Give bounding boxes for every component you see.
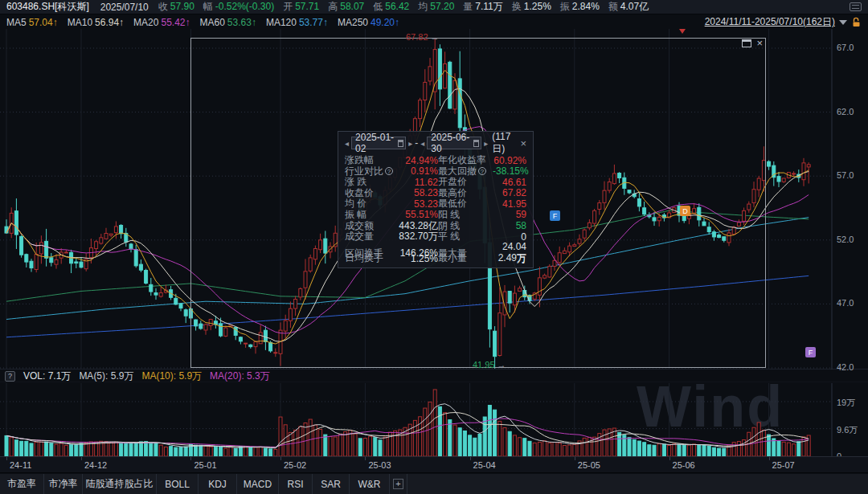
close-icon[interactable]: ×: [520, 137, 526, 149]
quote-field: 低56.42: [373, 0, 409, 14]
unlock-icon[interactable]: [851, 17, 862, 27]
quote-field-label: 幅: [203, 1, 213, 12]
month-tick: [280, 457, 281, 460]
chevron-down-icon[interactable]: [839, 20, 847, 25]
plus-icon: +: [393, 479, 403, 489]
tab-陆股通持股占比[interactable]: 陆股通持股占比: [83, 474, 157, 494]
tab-KDJ[interactable]: KDJ: [199, 474, 237, 494]
month-label: 25-05: [578, 460, 600, 470]
ma-value: 53.63↑: [227, 17, 256, 28]
ma-value-item: MA6053.63↑: [200, 17, 256, 28]
info-icon[interactable]: ?: [385, 167, 393, 175]
tab-BOLL[interactable]: BOLL: [157, 474, 199, 494]
ma-value-item: MA2055.42↑: [133, 17, 190, 28]
tab-市净率[interactable]: 市净率: [44, 474, 83, 494]
stats-row: 收盘价58.23最高价67.82: [345, 186, 526, 198]
ma-label: MA5: [6, 17, 27, 28]
volume-ma-item: MA(10): 5.9万: [141, 369, 202, 383]
ma-label: MA60: [200, 17, 225, 28]
ma-label: MA120: [266, 17, 297, 28]
prev-date-icon[interactable]: ◂: [345, 139, 349, 148]
quote-field-value: 57.20: [430, 1, 454, 12]
ma-label: MA20: [133, 17, 158, 28]
ma-value: 56.94↑: [95, 17, 124, 28]
popup-header: ◂ 2025-01-02 ▸ - ◂ 2025-06-30 ▸ (117日) ×: [345, 135, 526, 151]
restore-window-icon[interactable]: [742, 39, 751, 47]
ma-value: 49.20↑: [371, 17, 399, 28]
price-tick-label: 57.0: [837, 170, 854, 180]
month-label: 25-02: [284, 460, 306, 470]
next-date-icon[interactable]: ▸: [408, 139, 412, 148]
event-flag-D[interactable]: D: [680, 206, 690, 216]
tab-W&R[interactable]: W&R: [350, 474, 390, 494]
news-panel-icon[interactable]: [850, 2, 862, 11]
add-indicator-button[interactable]: +: [390, 474, 407, 494]
quote-field-label: 高: [328, 1, 338, 12]
month-label: 25-07: [772, 460, 795, 470]
help-icon[interactable]: ?: [5, 371, 15, 382]
quote-field-value: 1.25%: [524, 1, 551, 12]
end-date-picker[interactable]: 2025-06-30: [427, 137, 481, 149]
volume-chart-pane[interactable]: Wind 19万9.6万0: [0, 383, 868, 456]
ma-value: 57.04↑: [29, 17, 58, 28]
price-tick-label: 67.0: [837, 43, 854, 52]
next-date-icon[interactable]: ▸: [484, 139, 488, 148]
month-label: 25-04: [473, 460, 496, 470]
quote-field: 量7.11万: [463, 0, 502, 14]
quote-field: 均57.20: [418, 0, 454, 14]
quote-field-label: 均: [418, 1, 428, 12]
quote-field: 振2.84%: [560, 0, 600, 14]
stats-value: 1.25%: [393, 253, 438, 264]
time-axis: 24-1124-1225-0125-0225-0325-0425-0525-06…: [0, 456, 868, 473]
stats-row: 成交量832.70万平 线0: [345, 230, 526, 241]
date-range-control[interactable]: 2024/11/11-2025/07/10(162日): [705, 15, 862, 29]
volume-header-items: VOL: 7.1万MA(5): 5.9万MA(10): 5.9万MA(20): …: [23, 369, 270, 383]
price-tick-label: 52.0: [837, 235, 854, 244]
ma-label: MA250: [338, 17, 368, 28]
stats-label: 成交量: [345, 230, 393, 243]
volume-canvas[interactable]: [0, 383, 868, 456]
tab-市盈率[interactable]: 市盈率: [0, 474, 44, 494]
quote-field-value: 57.90: [170, 1, 194, 12]
quote-field: 开57.71: [283, 0, 319, 14]
event-flag-F[interactable]: F: [550, 210, 560, 221]
stats-value: 58.23: [393, 187, 438, 198]
info-icon[interactable]: ?: [478, 167, 486, 175]
stats-value: -38.15%: [493, 165, 529, 177]
range-low-marker: 41.95 →: [473, 360, 506, 369]
volume-tick-label: 19万: [837, 397, 855, 409]
stats-row: 行业对比?0.91%最大回撤?-38.15%: [345, 165, 526, 176]
ma-value-item: MA12053.77↑: [266, 17, 328, 28]
event-flag-F[interactable]: F: [805, 347, 816, 357]
quote-field: 幅-0.52%(-0.30): [203, 0, 274, 14]
wind-terminal-window: 603486.SH[科沃斯] 2025/07/10 收57.90幅-0.52%(…: [0, 0, 868, 494]
calendar-icon[interactable]: [473, 140, 480, 147]
tab-SAR[interactable]: SAR: [313, 474, 350, 494]
stats-label: 最小量: [438, 251, 493, 265]
month-tick: [769, 457, 770, 460]
stats-value: 53.23: [393, 198, 438, 210]
price-chart-pane[interactable]: 67.062.057.052.047.042.0 × 67.82 → 41.95…: [0, 29, 868, 369]
quote-field-label: 量: [463, 1, 473, 12]
date-range-label[interactable]: 2024/11/11-2025/07/10(162日): [705, 15, 835, 29]
stats-value: 60.92%: [493, 155, 526, 166]
prev-date-icon[interactable]: ◂: [420, 139, 424, 148]
quote-field-value: 56.42: [385, 1, 409, 12]
month-tick: [81, 457, 82, 460]
month-tick: [470, 457, 471, 460]
month-label: 25-03: [368, 460, 391, 470]
ma-label: MA10: [68, 17, 92, 28]
stats-value: 832.70万: [393, 230, 438, 243]
close-selection-icon[interactable]: ×: [756, 39, 763, 47]
arrow-right-icon: →: [497, 360, 506, 369]
stats-row: 振 幅55.51%阳 线59: [345, 208, 526, 219]
tab-RSI[interactable]: RSI: [279, 474, 313, 494]
start-date-picker[interactable]: 2025-01-02: [351, 137, 406, 149]
stats-row: 均 价53.23最低价41.95: [345, 197, 526, 208]
ma-value: 53.77↑: [299, 17, 328, 28]
quote-field-label: 低: [373, 1, 383, 12]
stats-value: 0.91%: [393, 165, 438, 177]
calendar-icon[interactable]: [398, 140, 404, 147]
tab-MACD[interactable]: MACD: [237, 474, 279, 494]
stats-value: 67.82: [493, 187, 526, 198]
